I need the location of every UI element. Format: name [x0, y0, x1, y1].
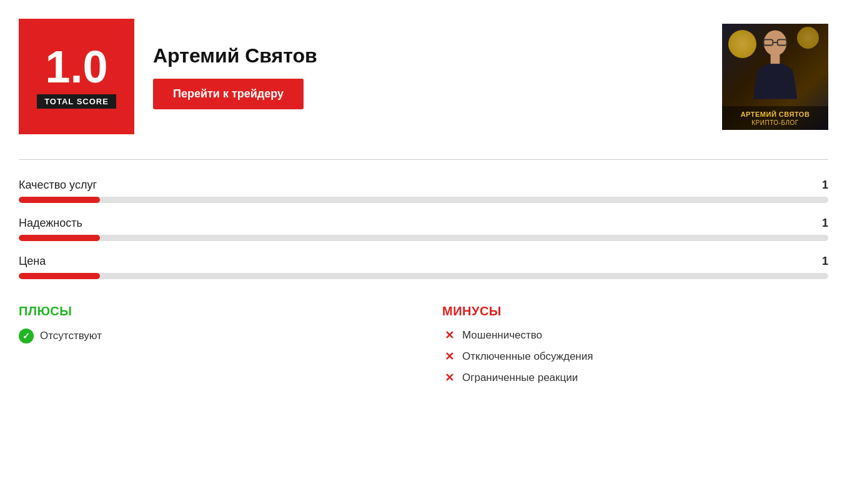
x-icon: ✕ — [442, 350, 456, 363]
score-row-value: 1 — [822, 217, 828, 230]
pros-cons-section: ПЛЮСЫ Отсутствуют МИНУСЫ ✕ Мошенничество… — [19, 304, 828, 392]
cons-list: ✕ Мошенничество ✕ Отключенные обсуждения… — [442, 329, 828, 385]
pros-column: ПЛЮСЫ Отсутствуют — [19, 304, 405, 392]
score-number: 1.0 — [45, 44, 107, 89]
cons-column: МИНУСЫ ✕ Мошенничество ✕ Отключенные обс… — [442, 304, 828, 392]
progress-bar-bg — [19, 273, 828, 279]
score-row: Надежность 1 — [19, 217, 828, 241]
score-row-label: Надежность — [19, 217, 82, 230]
person-silhouette — [744, 27, 806, 102]
score-row-label: Качество услуг — [19, 179, 97, 192]
x-icon: ✕ — [442, 329, 456, 342]
progress-bar-fill — [19, 273, 100, 279]
pros-list: Отсутствуют — [19, 329, 405, 343]
image-subtitle: КРИПТО-БЛОГ — [725, 119, 826, 126]
pros-item: Отсутствуют — [19, 329, 405, 343]
progress-bar-bg — [19, 197, 828, 203]
progress-bar-fill — [19, 235, 100, 241]
image-name-line1: АРТЕМИЙ СВЯТОВ — [725, 110, 826, 119]
trader-promo-image: АРТЕМИЙ СВЯТОВ КРИПТО-БЛОГ — [722, 24, 828, 130]
cons-title: МИНУСЫ — [442, 304, 828, 319]
score-label: TOTAL SCORE — [37, 94, 116, 109]
header-section: 1.0 TOTAL SCORE Артемий Святов Перейти к… — [19, 12, 828, 147]
pros-item-text: Отсутствуют — [40, 330, 102, 342]
score-row-value: 1 — [822, 255, 828, 268]
cons-item-text: Отключенные обсуждения — [462, 350, 593, 363]
cons-item-text: Ограниченные реакции — [462, 372, 578, 384]
cons-item: ✕ Отключенные обсуждения — [442, 350, 828, 363]
trader-name: Артемий Святов — [153, 44, 317, 67]
cons-item: ✕ Ограниченные реакции — [442, 371, 828, 385]
progress-bar-bg — [19, 235, 828, 241]
header-left: 1.0 TOTAL SCORE Артемий Святов Перейти к… — [19, 19, 317, 134]
score-box: 1.0 TOTAL SCORE — [19, 19, 134, 134]
x-icon: ✕ — [442, 371, 456, 385]
score-row: Цена 1 — [19, 255, 828, 279]
scores-section: Качество услуг 1 Надежность 1 Цена 1 — [19, 179, 828, 279]
section-divider — [19, 159, 828, 160]
svg-rect-4 — [771, 54, 780, 64]
image-overlay: АРТЕМИЙ СВЯТОВ КРИПТО-БЛОГ — [722, 106, 828, 129]
score-row-label: Цена — [19, 255, 46, 268]
trader-info: Артемий Святов Перейти к трейдеру — [153, 44, 317, 109]
score-row: Качество услуг 1 — [19, 179, 828, 203]
visit-trader-button[interactable]: Перейти к трейдеру — [153, 79, 304, 109]
pros-title: ПЛЮСЫ — [19, 304, 405, 319]
progress-bar-fill — [19, 197, 100, 203]
score-row-value: 1 — [822, 179, 828, 192]
check-icon — [19, 329, 34, 343]
cons-item-text: Мошенничество — [462, 329, 542, 342]
cons-item: ✕ Мошенничество — [442, 329, 828, 342]
